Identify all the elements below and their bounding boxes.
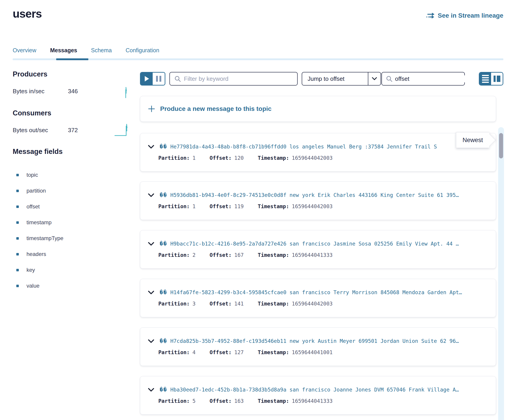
sparkline-bytes-out bbox=[114, 123, 130, 136]
bytes-out-value: 372 bbox=[68, 127, 78, 134]
list-view-button[interactable] bbox=[479, 73, 491, 85]
pause-button[interactable] bbox=[153, 73, 165, 85]
stream-lineage-label: See in Stream lineage bbox=[438, 12, 503, 19]
field-item-key[interactable]: key bbox=[16, 262, 63, 278]
messages-toolbar: Jump to offset bbox=[140, 72, 503, 86]
bullet-icon bbox=[16, 174, 19, 176]
timestamp-label: Timestamp: bbox=[258, 203, 289, 209]
message-key-value[interactable]: H9bacc71c-b12c-4216-8e95-2a7da727e426 sa… bbox=[170, 241, 459, 247]
partition-label: Partition: bbox=[158, 155, 190, 161]
bytes-in-label: Bytes in/sec bbox=[13, 88, 44, 95]
view-mode-toggle bbox=[479, 72, 503, 86]
offset-value: 119 bbox=[234, 203, 244, 209]
row-expand-icon[interactable] bbox=[148, 291, 155, 294]
message-key-glyphs: �� bbox=[160, 143, 167, 150]
partition-label: Partition: bbox=[158, 349, 190, 355]
pause-icon bbox=[160, 76, 161, 82]
tab-underline-track bbox=[13, 58, 503, 60]
message-row[interactable]: �� H9bacc71c-b12c-4216-8e95-2a7da727e426… bbox=[140, 230, 496, 269]
bullet-icon bbox=[16, 221, 19, 224]
produce-message-label: Produce a new message to this topic bbox=[160, 105, 272, 112]
partition-label: Partition: bbox=[158, 398, 190, 404]
row-expand-icon[interactable] bbox=[148, 145, 155, 149]
tab-configuration[interactable]: Configuration bbox=[125, 47, 159, 60]
produce-message-button[interactable]: Produce a new message to this topic bbox=[140, 96, 496, 122]
play-button[interactable] bbox=[141, 73, 153, 85]
bytes-in-value: 346 bbox=[68, 88, 78, 95]
message-key-value[interactable]: H5936db81-b943-4e0f-8c29-74513e0c0d8f ne… bbox=[170, 192, 459, 198]
field-item-partition[interactable]: partition bbox=[16, 183, 63, 199]
message-row[interactable]: �� H14fa67fe-5823-4299-b3c4-595845cfcae0… bbox=[140, 279, 496, 317]
stream-lineage-link[interactable]: See in Stream lineage bbox=[426, 12, 503, 19]
timestamp-value: 1659644041001 bbox=[292, 349, 332, 355]
offset-value: 127 bbox=[234, 349, 244, 355]
message-row[interactable]: �� He77981da-4a43-48ab-b8f8-cb71b96ffdd0… bbox=[140, 133, 496, 172]
message-key-value[interactable]: H14fa67fe-5823-4299-b3c4-595845cfcae0 sa… bbox=[170, 289, 462, 295]
message-row[interactable]: �� H7cda825b-35b7-4952-88ef-c193d546eb11… bbox=[140, 327, 496, 366]
partition-label: Partition: bbox=[158, 252, 190, 258]
row-expand-icon[interactable] bbox=[148, 242, 155, 246]
field-item-timestamp[interactable]: timestamp bbox=[16, 215, 63, 230]
play-icon bbox=[144, 76, 149, 82]
scrollbar-thumb[interactable] bbox=[499, 133, 503, 158]
bullet-icon bbox=[16, 285, 19, 287]
partition-value: 3 bbox=[192, 301, 195, 307]
timestamp-value: 1659644042003 bbox=[292, 155, 332, 161]
row-expand-icon[interactable] bbox=[148, 193, 155, 197]
message-row[interactable]: �� H5936db81-b943-4e0f-8c29-74513e0c0d8f… bbox=[140, 181, 496, 220]
play-pause-toggle bbox=[140, 72, 165, 86]
timestamp-label: Timestamp: bbox=[258, 155, 289, 161]
column-view-button[interactable] bbox=[491, 73, 503, 85]
chevron-down-icon[interactable] bbox=[368, 72, 381, 85]
list-view-icon bbox=[482, 75, 489, 83]
field-item-headers[interactable]: headers bbox=[16, 246, 63, 262]
message-row[interactable]: �� Hba30eed7-1edc-452b-8b1a-738d3b5d8a9a… bbox=[140, 376, 496, 415]
tab-schema[interactable]: Schema bbox=[91, 47, 112, 60]
tab-messages[interactable]: Messages bbox=[50, 47, 77, 60]
offset-label: Offset: bbox=[209, 252, 231, 258]
timestamp-label: Timestamp: bbox=[258, 252, 289, 258]
message-key-glyphs: �� bbox=[160, 192, 167, 198]
offset-value: 163 bbox=[234, 398, 244, 404]
row-expand-icon[interactable] bbox=[148, 339, 155, 343]
offset-search-box bbox=[381, 72, 465, 86]
message-fields-heading: Message fields bbox=[13, 148, 63, 156]
consumers-heading: Consumers bbox=[13, 109, 51, 117]
offset-input[interactable] bbox=[395, 75, 471, 82]
field-item-timestampType[interactable]: timestampType bbox=[16, 230, 63, 246]
bullet-icon bbox=[16, 237, 19, 240]
offset-label: Offset: bbox=[209, 155, 231, 161]
message-key-glyphs: �� bbox=[160, 338, 167, 344]
partition-value: 1 bbox=[192, 155, 195, 161]
stream-lineage-icon bbox=[426, 12, 435, 19]
timestamp-value: 1659644041333 bbox=[292, 252, 332, 258]
filter-keyword-input[interactable] bbox=[184, 75, 293, 82]
message-key-glyphs: �� bbox=[160, 289, 167, 296]
newest-tooltip-label: Newest bbox=[462, 137, 483, 144]
field-label: key bbox=[26, 267, 35, 273]
message-key-glyphs: �� bbox=[160, 387, 167, 393]
offset-label: Offset: bbox=[209, 349, 231, 355]
message-key-value[interactable]: Hba30eed7-1edc-452b-8b1a-738d3b5d8a9a sa… bbox=[170, 387, 459, 393]
field-item-topic[interactable]: topic bbox=[16, 167, 63, 183]
field-item-value[interactable]: value bbox=[16, 278, 63, 294]
column-view-icon bbox=[493, 75, 500, 82]
partition-label: Partition: bbox=[158, 301, 190, 307]
message-fields-list: topic partition offset timestamp timesta… bbox=[16, 167, 63, 294]
filter-search-box bbox=[169, 72, 298, 86]
message-key-value[interactable]: H7cda825b-35b7-4952-88ef-c193d546eb11 ne… bbox=[170, 338, 459, 344]
bullet-icon bbox=[16, 269, 19, 271]
message-key-value[interactable]: He77981da-4a43-48ab-b8f8-cb71b96ffdd0 lo… bbox=[170, 144, 437, 150]
field-item-offset[interactable]: offset bbox=[16, 199, 63, 215]
jump-to-offset-select[interactable]: Jump to offset bbox=[302, 72, 381, 86]
message-key-glyphs: �� bbox=[160, 240, 167, 247]
timestamp-value: 1659644042003 bbox=[292, 203, 332, 209]
field-label: timestampType bbox=[26, 235, 63, 241]
tab-overview[interactable]: Overview bbox=[13, 47, 36, 60]
row-expand-icon[interactable] bbox=[148, 388, 155, 392]
bytes-out-label: Bytes out/sec bbox=[13, 127, 48, 134]
plus-icon bbox=[148, 105, 155, 112]
partition-value: 4 bbox=[192, 349, 195, 355]
offset-value: 167 bbox=[234, 252, 244, 258]
scrollbar-track[interactable] bbox=[498, 127, 504, 420]
